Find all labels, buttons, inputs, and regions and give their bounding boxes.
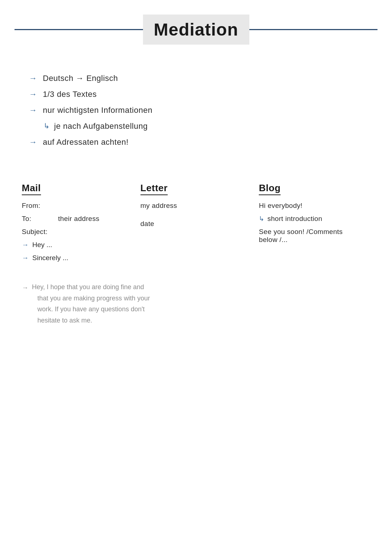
mail-sincerely-text: Sincerely ... — [32, 254, 68, 262]
blog-header: Blog — [259, 182, 281, 195]
bullets-section: → Deutsch → Englisch → 1/3 des Textes → … — [0, 66, 392, 175]
bullet-item-3: → nur wichtigsten Informationen — [29, 106, 370, 115]
mail-header: Mail — [22, 182, 41, 195]
columns-section: Mail From: To: their address Subject: → … — [0, 175, 392, 267]
mail-sincerely-item: → Sincerely ... — [22, 254, 126, 262]
bullet-item-1: → Deutsch → Englisch — [29, 74, 370, 83]
blog-hi-text: Hi everybody! — [259, 202, 302, 210]
mail-to-label: To: — [22, 215, 58, 223]
arrow-icon-3: → — [29, 106, 37, 115]
blog-seeyou-row: See you soon! /Comments below /... — [259, 228, 363, 244]
bullet-item-4: → auf Adressaten achten! — [29, 138, 370, 147]
arrow-icon-2: → — [29, 90, 37, 99]
mail-subject-label: Subject: — [22, 228, 58, 236]
letter-date-row: date — [140, 220, 245, 228]
title-line-right — [249, 29, 378, 30]
title-section: Mediation — [0, 0, 392, 45]
mail-sincerely-arrow: → — [22, 254, 29, 262]
mail-column: Mail From: To: their address Subject: → … — [22, 182, 133, 267]
mail-hey-arrow: → — [22, 241, 29, 249]
mail-from-row: From: — [22, 202, 126, 210]
letter-from-row: my address — [140, 202, 245, 210]
mail-subject-row: Subject: — [22, 228, 126, 236]
mail-hey-text: Hey ... — [32, 241, 52, 249]
mail-hey-item: → Hey ... — [22, 241, 126, 249]
blog-column: Blog Hi everybody! ↳ short introduction … — [252, 182, 370, 267]
sub-arrow-icon-1: ↳ — [44, 122, 50, 130]
mail-to-row: To: their address — [22, 215, 126, 223]
bullet-text-3: nur wichtigsten Informationen — [43, 106, 152, 115]
bullet-sub-text-1: je nach Aufgabenstellung — [54, 122, 148, 131]
title-box: Mediation — [143, 15, 249, 45]
letter-date-value: date — [140, 220, 154, 228]
bullet-text-4: auf Adressaten achten! — [43, 138, 128, 147]
mail-to-value: their address — [58, 215, 99, 223]
arrow-icon-4: → — [29, 138, 37, 147]
mail-from-label: From: — [22, 202, 58, 210]
blog-seeyou-text: See you soon! /Comments below /... — [259, 228, 363, 244]
bullet-item-2: → 1/3 des Textes — [29, 90, 370, 99]
blog-intro-text: short introduction — [268, 215, 322, 223]
letter-header: Letter — [140, 182, 168, 195]
letter-column: Letter my address date — [133, 182, 252, 267]
bullet-text-2: 1/3 des Textes — [43, 90, 97, 99]
arrow-icon-1: → — [29, 74, 37, 83]
blog-sub-arrow: ↳ — [259, 215, 264, 223]
letter-from-value: my address — [140, 202, 177, 210]
blog-intro-row: ↳ short introduction — [259, 215, 363, 223]
email-body-section: → Hey, I hope that you are doing fine an… — [0, 271, 392, 326]
bullet-sub-1: ↳ je nach Aufgabenstellung — [44, 122, 370, 131]
page-title: Mediation — [154, 20, 238, 39]
email-body-text: Hey, I hope that you are doing fine and … — [32, 282, 150, 326]
title-line-left — [15, 29, 143, 30]
email-body-item: → Hey, I hope that you are doing fine an… — [22, 282, 370, 326]
bullet-text-1: Deutsch → Englisch — [43, 74, 118, 83]
email-body-arrow: → — [22, 282, 28, 294]
blog-hi-row: Hi everybody! — [259, 202, 363, 210]
